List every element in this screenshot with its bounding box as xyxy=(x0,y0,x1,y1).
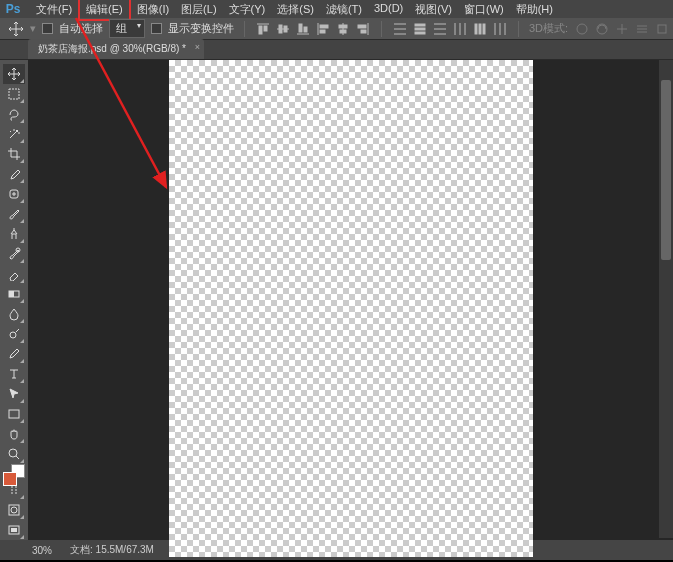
zoom-level[interactable]: 30% xyxy=(32,545,52,556)
close-icon[interactable]: × xyxy=(195,42,200,52)
svg-point-44 xyxy=(10,332,16,338)
brush-tool[interactable] xyxy=(3,204,25,224)
dodge-tool[interactable] xyxy=(3,324,25,344)
distribute-left-icon[interactable] xyxy=(452,21,468,37)
3d-roll-icon[interactable] xyxy=(594,21,610,37)
document-info[interactable]: 文档: 15.5M/67.3M xyxy=(70,543,154,557)
3d-pan-icon[interactable] xyxy=(614,21,630,37)
blur-tool[interactable] xyxy=(3,304,25,324)
svg-point-36 xyxy=(577,24,587,34)
color-swatches[interactable] xyxy=(3,472,25,478)
svg-rect-5 xyxy=(284,26,287,32)
magic-wand-tool[interactable] xyxy=(3,124,25,144)
menu-文件[interactable]: 文件(F) xyxy=(30,0,78,19)
distribute-top-icon[interactable] xyxy=(392,21,408,37)
show-transform-checkbox[interactable] xyxy=(151,23,162,34)
menu-bar: Ps 文件(F)编辑(E)图像(I)图层(L)文字(Y)选择(S)滤镜(T)3D… xyxy=(0,0,673,18)
3d-zoom-icon[interactable] xyxy=(654,21,670,37)
svg-rect-38 xyxy=(658,25,666,33)
crop-tool[interactable] xyxy=(3,144,25,164)
distribute-buttons-group xyxy=(392,21,508,37)
hand-tool[interactable] xyxy=(3,424,25,444)
zoom-tool[interactable] xyxy=(3,444,25,464)
distribute-bottom-icon[interactable] xyxy=(432,21,448,37)
move-tool[interactable] xyxy=(3,64,25,84)
edit-toolbar-tool[interactable] xyxy=(3,480,25,500)
rectangle-tool[interactable] xyxy=(3,404,25,424)
auto-select-label: 自动选择 xyxy=(59,21,103,36)
history-brush-tool[interactable] xyxy=(3,244,25,264)
menu-选择[interactable]: 选择(S) xyxy=(271,0,320,19)
mode-3d-buttons xyxy=(574,21,670,37)
menu-帮助[interactable]: 帮助(H) xyxy=(510,0,559,19)
canvas-area xyxy=(28,60,673,540)
3d-orbit-icon[interactable] xyxy=(574,21,590,37)
svg-rect-21 xyxy=(415,24,425,26)
align-left-icon[interactable] xyxy=(315,21,331,37)
options-bar: ▾ 自动选择 组 显示变换控件 3D模式: xyxy=(0,18,673,40)
auto-select-checkbox[interactable] xyxy=(42,23,53,34)
svg-rect-2 xyxy=(264,26,267,31)
svg-point-48 xyxy=(11,507,17,513)
scrollbar-thumb[interactable] xyxy=(661,80,671,260)
menu-滤镜[interactable]: 滤镜(T) xyxy=(320,0,368,19)
svg-rect-23 xyxy=(415,32,425,34)
svg-rect-31 xyxy=(479,24,481,34)
svg-rect-17 xyxy=(361,30,366,33)
align-right-icon[interactable] xyxy=(355,21,371,37)
mode-3d-label: 3D模式: xyxy=(529,21,568,36)
align-bottom-icon[interactable] xyxy=(295,21,311,37)
app-logo: Ps xyxy=(4,1,22,17)
pen-tool[interactable] xyxy=(3,344,25,364)
svg-rect-39 xyxy=(9,89,19,99)
menu-3D[interactable]: 3D(D) xyxy=(368,0,409,19)
svg-rect-13 xyxy=(339,25,347,28)
quick-mask-tool[interactable] xyxy=(3,500,25,520)
lasso-tool[interactable] xyxy=(3,104,25,124)
svg-rect-1 xyxy=(259,26,262,34)
svg-rect-4 xyxy=(279,25,282,33)
menu-图层[interactable]: 图层(L) xyxy=(175,0,222,19)
svg-rect-10 xyxy=(320,25,328,28)
align-hcenter-icon[interactable] xyxy=(335,21,351,37)
svg-rect-14 xyxy=(340,30,346,33)
document-tab-bar: 奶茶店海报.psd @ 30%(RGB/8) * × xyxy=(0,40,673,60)
document-tab-label: 奶茶店海报.psd @ 30%(RGB/8) * xyxy=(38,43,186,54)
marquee-tool[interactable] xyxy=(3,84,25,104)
document-canvas[interactable] xyxy=(169,60,533,557)
align-vcenter-icon[interactable] xyxy=(275,21,291,37)
menu-编辑[interactable]: 编辑(E) xyxy=(78,0,131,21)
screen-mode-tool[interactable] xyxy=(3,520,25,540)
svg-rect-45 xyxy=(9,410,19,418)
eraser-tool[interactable] xyxy=(3,264,25,284)
type-tool[interactable] xyxy=(3,364,25,384)
distribute-vcenter-icon[interactable] xyxy=(412,21,428,37)
3d-slide-icon[interactable] xyxy=(634,21,650,37)
vertical-scrollbar[interactable] xyxy=(659,60,673,538)
move-tool-indicator-icon[interactable] xyxy=(8,21,24,37)
eyedropper-tool[interactable] xyxy=(3,164,25,184)
menu-窗口[interactable]: 窗口(W) xyxy=(458,0,510,19)
align-buttons-group xyxy=(255,21,371,37)
menu-文字[interactable]: 文字(Y) xyxy=(223,0,272,19)
menu-图像[interactable]: 图像(I) xyxy=(131,0,175,19)
gradient-tool[interactable] xyxy=(3,284,25,304)
svg-rect-8 xyxy=(304,27,307,32)
svg-point-46 xyxy=(9,449,17,457)
clone-tool[interactable] xyxy=(3,224,25,244)
document-tab[interactable]: 奶茶店海报.psd @ 30%(RGB/8) * × xyxy=(28,39,204,59)
tools-panel xyxy=(0,60,28,540)
svg-rect-7 xyxy=(299,24,302,32)
healing-tool[interactable] xyxy=(3,184,25,204)
distribute-hcenter-icon[interactable] xyxy=(472,21,488,37)
auto-select-target-dropdown[interactable]: 组 xyxy=(109,19,145,38)
svg-rect-32 xyxy=(483,24,485,34)
show-transform-label: 显示变换控件 xyxy=(168,21,234,36)
svg-rect-22 xyxy=(415,28,425,30)
menu-视图[interactable]: 视图(V) xyxy=(409,0,458,19)
distribute-right-icon[interactable] xyxy=(492,21,508,37)
svg-rect-16 xyxy=(358,25,366,28)
align-top-icon[interactable] xyxy=(255,21,271,37)
svg-rect-43 xyxy=(9,291,14,297)
path-select-tool[interactable] xyxy=(3,384,25,404)
